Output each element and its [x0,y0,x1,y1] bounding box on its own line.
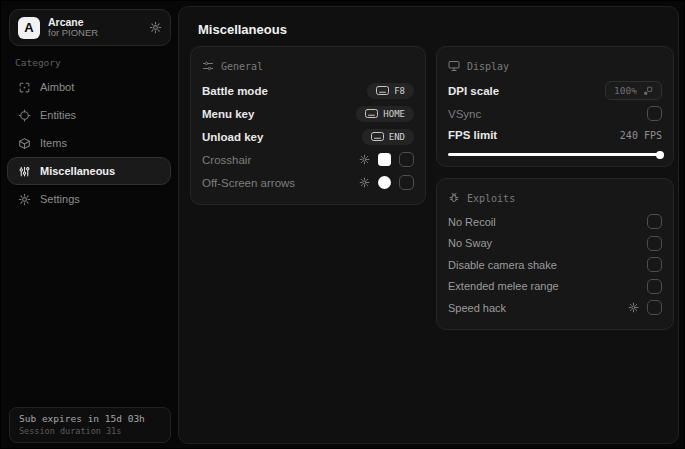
display-card-title: Display [467,61,509,72]
fps-limit-slider[interactable] [448,153,662,156]
target-icon [18,109,31,122]
setting-label: Menu key [202,108,254,120]
setting-label: Extended melee range [448,280,559,292]
category-label: Category [15,57,61,68]
offscreen-arrows-checkbox[interactable] [399,175,414,190]
gear-icon[interactable] [359,154,370,165]
sidebar-item-entities[interactable]: Entities [7,101,171,129]
crosshair-checkbox[interactable] [399,152,414,167]
sidebar: A Arcane for PIONER Category Aimbot [1,1,178,449]
setting-row-extended-melee-range: Extended melee range [448,276,662,298]
page-title: Miscellaneous [198,22,287,37]
sidebar-item-label: Miscellaneous [40,165,115,177]
keybind-value: HOME [383,109,405,119]
setting-label: Crosshair [202,154,251,166]
subscription-card: Sub expires in 15d 03h Session duration … [9,407,171,443]
display-card: Display DPI scale 100% VSync [436,46,674,167]
extended-melee-range-checkbox[interactable] [647,279,662,294]
cube-icon [18,137,31,150]
sidebar-item-settings[interactable]: Settings [7,185,171,213]
setting-row-offscreen-arrows: Off-Screen arrows [202,171,414,194]
color-swatch[interactable] [378,153,391,166]
general-card-title: General [221,61,263,72]
setting-row-unload-key: Unload key END [202,125,414,148]
app-logo: A [18,17,40,39]
app-header-card: A Arcane for PIONER [9,9,171,46]
setting-label: Unload key [202,131,263,143]
scan-icon [18,81,31,94]
app-window: A Arcane for PIONER Category Aimbot [0,0,685,449]
keyboard-icon [371,132,384,141]
main-panel: Miscellaneous General Battle mode [178,6,679,444]
app-subtitle: for PIONER [48,28,149,39]
gear-icon[interactable] [149,21,162,34]
app-names: Arcane for PIONER [48,16,149,39]
setting-label: Speed hack [448,302,506,314]
setting-row-speed-hack: Speed hack [448,297,662,319]
settings-columns: General Battle mode F8 Menu key [190,46,674,330]
general-card: General Battle mode F8 Menu key [190,46,426,205]
setting-row-disable-camera-shake: Disable camera shake [448,254,662,276]
general-card-header: General [202,56,414,76]
color-swatch[interactable] [378,176,391,189]
setting-label: DPI scale [448,85,499,97]
setting-row-no-recoil: No Recoil [448,211,662,233]
setting-row-dpi-scale: DPI scale 100% [448,79,662,102]
scale-icon [643,86,653,96]
slider-knob[interactable] [656,151,664,159]
setting-label: Disable camera shake [448,259,557,271]
exploits-card: Exploits No Recoil No Sway Disable camer… [436,178,674,330]
settings-lines-icon [202,60,214,72]
setting-label: VSync [448,108,481,120]
disable-camera-shake-checkbox[interactable] [647,257,662,272]
setting-label: No Sway [448,237,492,249]
keybind-value: END [389,132,405,142]
sidebar-item-label: Aimbot [40,81,74,93]
sidebar-item-label: Entities [40,109,76,121]
sidebar-nav: Aimbot Entities Items Miscellaneous [7,73,171,213]
keybind-button[interactable]: F8 [367,83,414,99]
setting-row-vsync: VSync [448,102,662,125]
keybind-value: F8 [394,86,405,96]
sidebar-item-items[interactable]: Items [7,129,171,157]
sidebar-item-label: Settings [40,193,80,205]
setting-row-crosshair: Crosshair [202,148,414,171]
sidebar-item-miscellaneous[interactable]: Miscellaneous [7,157,171,185]
setting-label: FPS limit [448,129,497,141]
fps-limit-value: 240 FPS [620,130,662,141]
setting-row-fps-limit: FPS limit 240 FPS [448,125,662,145]
sliders-icon [18,165,31,178]
display-card-header: Display [448,56,662,76]
sub-expiry-text: Sub expires in 15d 03h [19,413,161,424]
no-recoil-checkbox[interactable] [647,214,662,229]
no-sway-checkbox[interactable] [647,236,662,251]
keybind-button[interactable]: END [362,129,414,145]
bug-icon [448,192,460,204]
vsync-checkbox[interactable] [647,106,662,121]
keyboard-icon [365,109,378,118]
dpi-scale-select[interactable]: 100% [605,81,662,100]
exploits-card-header: Exploits [448,188,662,208]
setting-label: Battle mode [202,85,268,97]
sidebar-item-label: Items [40,137,67,149]
sidebar-item-aimbot[interactable]: Aimbot [7,73,171,101]
gear-icon [18,193,31,206]
keyboard-icon [376,86,389,95]
setting-row-battle-mode: Battle mode F8 [202,79,414,102]
exploits-card-title: Exploits [467,193,515,204]
keybind-button[interactable]: HOME [356,106,414,122]
monitor-icon [448,60,460,72]
setting-row-no-sway: No Sway [448,233,662,255]
dpi-scale-value: 100% [614,85,637,96]
setting-row-menu-key: Menu key HOME [202,102,414,125]
speed-hack-checkbox[interactable] [647,300,662,315]
setting-label: Off-Screen arrows [202,177,295,189]
gear-icon[interactable] [359,177,370,188]
session-duration-text: Session duration 31s [19,426,161,436]
setting-label: No Recoil [448,216,496,228]
gear-icon[interactable] [628,302,639,313]
